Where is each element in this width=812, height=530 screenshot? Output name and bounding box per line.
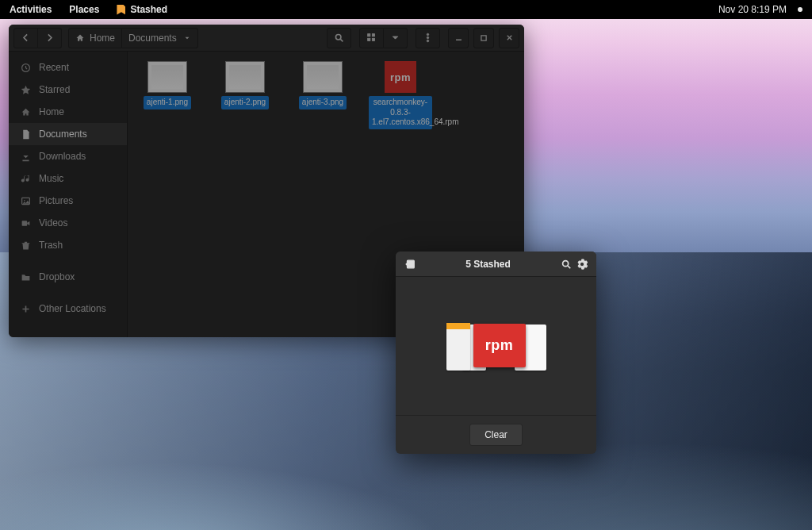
clock[interactable]: Nov 20 8:19 PM bbox=[718, 4, 787, 15]
path-home-label: Home bbox=[90, 33, 115, 44]
file-name-label: ajenti-3.png bbox=[299, 96, 347, 109]
file-item[interactable]: ajenti-1.png bbox=[136, 61, 199, 109]
sidebar-item-label: Pictures bbox=[39, 195, 73, 206]
app-menu-label: Stashed bbox=[130, 4, 167, 15]
sidebar-item-label: Starred bbox=[39, 84, 70, 95]
view-toggle-button[interactable] bbox=[359, 28, 384, 48]
sidebar-item-documents[interactable]: Documents bbox=[9, 123, 127, 145]
hamburger-menu-button[interactable] bbox=[416, 28, 440, 48]
image-thumbnail-icon bbox=[225, 61, 265, 93]
file-name-label: searchmonkey-0.8.3-1.el7.centos.x86_64.r… bbox=[369, 96, 432, 129]
sidebar-item-downloads[interactable]: Downloads bbox=[9, 145, 127, 167]
stash-title: 5 Stashed bbox=[418, 259, 558, 270]
headerbar: Home Documents bbox=[9, 25, 524, 52]
svg-point-7 bbox=[427, 40, 428, 41]
sidebar-item-home[interactable]: Home bbox=[9, 101, 127, 123]
image-thumbnail-icon bbox=[147, 61, 187, 93]
path-documents[interactable]: Documents bbox=[122, 28, 198, 48]
stash-drop-area[interactable]: rpm bbox=[396, 277, 596, 415]
file-name-label: ajenti-1.png bbox=[144, 96, 191, 109]
stash-stack-preview[interactable]: rpm bbox=[445, 315, 548, 377]
plus-icon bbox=[20, 304, 31, 314]
places-menu[interactable]: Places bbox=[69, 4, 99, 15]
home-icon bbox=[20, 107, 31, 117]
stash-card-icon bbox=[446, 323, 470, 371]
sidebar-item-dropbox[interactable]: Dropbox bbox=[9, 266, 127, 288]
path-bar: Home Documents bbox=[68, 28, 198, 48]
path-documents-label: Documents bbox=[128, 33, 177, 44]
gnome-topbar: Activities Places Stashed Nov 20 8:19 PM bbox=[0, 0, 812, 19]
stash-rpm-icon: rpm bbox=[473, 324, 526, 367]
sidebar-item-label: Home bbox=[39, 106, 64, 117]
trash-icon bbox=[20, 240, 31, 251]
sidebar-item-music[interactable]: Music bbox=[9, 167, 127, 190]
window-maximize[interactable] bbox=[473, 28, 494, 48]
path-home[interactable]: Home bbox=[68, 28, 122, 48]
sidebar-item-label: Music bbox=[39, 173, 63, 184]
clock-icon bbox=[20, 63, 31, 73]
nav-forward-button[interactable] bbox=[38, 28, 62, 48]
file-item[interactable]: ajenti-2.png bbox=[213, 61, 277, 109]
rpm-package-icon: rpm bbox=[385, 61, 416, 93]
sidebar-item-videos[interactable]: Videos bbox=[9, 212, 127, 234]
svg-point-14 bbox=[563, 260, 569, 266]
picture-icon bbox=[20, 196, 31, 206]
sidebar-item-label: Dropbox bbox=[39, 271, 75, 282]
window-minimize[interactable] bbox=[448, 28, 469, 48]
svg-rect-3 bbox=[368, 38, 370, 40]
stashed-app-icon bbox=[117, 5, 125, 15]
window-close[interactable] bbox=[499, 28, 519, 48]
stash-add-button[interactable] bbox=[402, 259, 418, 270]
svg-rect-12 bbox=[21, 221, 27, 226]
stash-clear-button[interactable]: Clear bbox=[469, 424, 523, 446]
sidebar-item-label: Videos bbox=[39, 217, 67, 229]
sidebar-item-starred[interactable]: Starred bbox=[9, 79, 127, 101]
image-thumbnail-icon bbox=[303, 61, 343, 93]
sidebar-item-label: Documents bbox=[39, 129, 87, 140]
svg-rect-2 bbox=[372, 34, 374, 36]
document-icon bbox=[20, 129, 31, 140]
sidebar-item-trash[interactable]: Trash bbox=[9, 234, 127, 256]
svg-rect-4 bbox=[372, 38, 374, 40]
stash-header: 5 Stashed bbox=[396, 252, 596, 277]
sidebar-item-pictures[interactable]: Pictures bbox=[9, 190, 127, 212]
svg-point-0 bbox=[335, 34, 341, 40]
svg-point-11 bbox=[24, 199, 25, 201]
svg-rect-8 bbox=[481, 35, 486, 40]
star-icon bbox=[20, 85, 31, 95]
sidebar-item-label: Downloads bbox=[39, 151, 86, 162]
file-item[interactable]: ajenti-3.png bbox=[291, 61, 354, 109]
folder-icon bbox=[20, 272, 31, 282]
stashed-window: 5 Stashed rpm Clear bbox=[396, 252, 596, 454]
sidebar-item-label: Recent bbox=[39, 62, 69, 73]
app-menu-stashed[interactable]: Stashed bbox=[117, 4, 167, 15]
stash-search-button[interactable] bbox=[558, 259, 574, 270]
sidebar-item-label: Trash bbox=[39, 240, 63, 251]
search-button[interactable] bbox=[327, 28, 351, 48]
nav-back-button[interactable] bbox=[13, 28, 38, 48]
places-sidebar: RecentStarredHomeDocumentsDownloadsMusic… bbox=[9, 52, 128, 337]
system-status-indicator[interactable] bbox=[798, 7, 802, 12]
svg-point-6 bbox=[427, 36, 428, 38]
activities-button[interactable]: Activities bbox=[10, 4, 52, 15]
svg-point-5 bbox=[427, 33, 428, 35]
view-options-button[interactable] bbox=[384, 28, 408, 48]
sidebar-item-label: Other Locations bbox=[39, 303, 106, 314]
video-icon bbox=[20, 218, 31, 229]
sidebar-item-recent[interactable]: Recent bbox=[9, 56, 127, 79]
file-item[interactable]: rpmsearchmonkey-0.8.3-1.el7.centos.x86_6… bbox=[369, 61, 432, 129]
svg-rect-1 bbox=[368, 34, 370, 36]
file-name-label: ajenti-2.png bbox=[221, 96, 269, 109]
download-icon bbox=[20, 152, 31, 162]
sidebar-item-other-locations[interactable]: Other Locations bbox=[9, 298, 127, 320]
music-icon bbox=[20, 174, 31, 184]
stash-settings-button[interactable] bbox=[574, 259, 590, 270]
